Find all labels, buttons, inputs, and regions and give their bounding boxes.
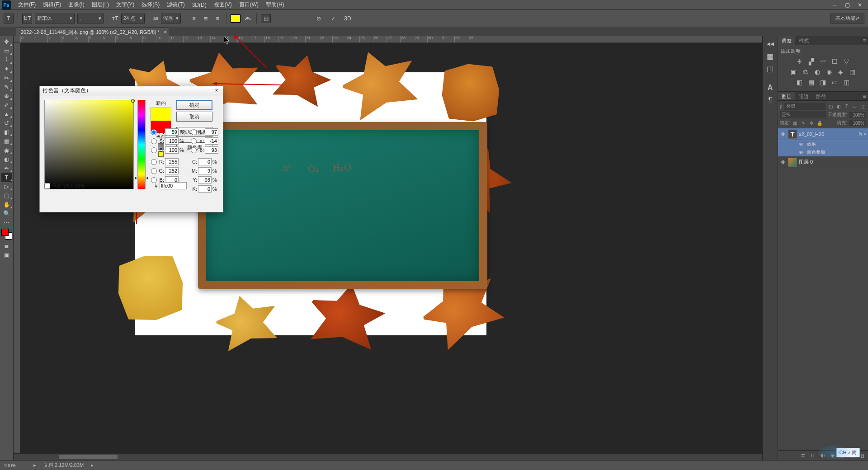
filter-type-icon[interactable]: T xyxy=(844,103,850,109)
k-input[interactable] xyxy=(198,185,212,193)
doc-info[interactable]: 文档:2.12M/2.83M xyxy=(43,462,84,469)
vertical-ruler[interactable] xyxy=(14,43,20,460)
b3-radio[interactable] xyxy=(191,147,197,153)
character-panel-button[interactable]: ▤ xyxy=(261,14,271,23)
colorbal-adj-icon[interactable]: ⚖ xyxy=(801,68,810,76)
a-input[interactable] xyxy=(205,137,218,145)
commit-edit-button[interactable]: ✓ xyxy=(329,14,338,23)
s-input[interactable] xyxy=(165,137,179,145)
type-tool[interactable]: T xyxy=(1,173,12,182)
stamp-tool[interactable]: ▲ xyxy=(1,109,12,118)
gradmap-adj-icon[interactable]: ▭ xyxy=(830,78,840,86)
blend-mode-select[interactable]: 正常 xyxy=(780,111,826,118)
character-panel-icon[interactable]: A xyxy=(765,82,776,93)
dialog-close-button[interactable]: × xyxy=(213,87,220,94)
path-tool[interactable]: ▷ xyxy=(1,182,12,191)
saturation-field[interactable] xyxy=(44,100,134,189)
layer-filter-select[interactable]: 类型 xyxy=(784,103,826,110)
cancel-button[interactable]: 取消 xyxy=(176,112,212,122)
g-input[interactable] xyxy=(165,167,179,174)
photo-adj-icon[interactable]: ◉ xyxy=(825,68,834,76)
l-input[interactable] xyxy=(205,128,218,136)
opacity-input[interactable]: 100% xyxy=(849,112,866,118)
color-swatches[interactable] xyxy=(1,229,12,240)
bw-adj-icon[interactable]: ◐ xyxy=(813,68,822,76)
fx-effects-row[interactable]: 👁 效果 xyxy=(778,140,868,148)
quickmask-toggle[interactable]: ◙ xyxy=(1,241,12,250)
marquee-tool[interactable]: ▭ xyxy=(1,46,12,55)
document-tab[interactable]: 2022-12-08_111449_副本.png @ 100% (x2_02_H… xyxy=(16,28,169,36)
move-tool[interactable]: ✥ xyxy=(1,37,12,46)
curves-adj-icon[interactable]: 〰 xyxy=(819,57,828,66)
b-input[interactable] xyxy=(165,146,179,154)
layer-row-bg[interactable]: 👁 图层 0 xyxy=(778,156,868,168)
layer-name-label[interactable]: 图层 0 xyxy=(799,159,866,165)
vibrance-adj-icon[interactable]: ▽ xyxy=(842,57,851,66)
minimize-button[interactable]: ─ xyxy=(828,1,841,9)
visibility-toggle-icon[interactable]: 👁 xyxy=(780,159,786,165)
h-input[interactable] xyxy=(165,128,179,136)
lock-trans-icon[interactable]: ▦ xyxy=(792,120,798,126)
wand-tool[interactable]: ✦ xyxy=(1,64,12,73)
filter-smart-icon[interactable]: ◫ xyxy=(860,103,866,109)
link-layers-icon[interactable]: ⇄ xyxy=(799,452,807,459)
invert-adj-icon[interactable]: ◧ xyxy=(795,78,804,86)
b-radio[interactable] xyxy=(151,147,157,153)
font-size-select[interactable]: 24 点▾ xyxy=(121,14,145,24)
zoom-input[interactable]: 100% xyxy=(4,463,26,468)
history-panel-icon[interactable]: ▦ xyxy=(765,51,776,61)
poster-adj-icon[interactable]: ▤ xyxy=(807,78,816,86)
levels-adj-icon[interactable]: ▞ xyxy=(807,57,816,66)
zoom-slider-icon[interactable]: ▸ xyxy=(33,462,36,468)
styles-tab[interactable]: 样式 xyxy=(795,36,812,45)
dialog-titlebar[interactable]: 拾色器（文本颜色） × xyxy=(40,86,223,95)
menu-select[interactable]: 选择(S) xyxy=(138,0,163,9)
hue-adj-icon[interactable]: ▣ xyxy=(789,68,798,76)
hand-tool[interactable]: ✋ xyxy=(1,200,12,209)
visibility-toggle-icon[interactable]: 👁 xyxy=(780,131,786,137)
zoom-tool[interactable]: 🔍 xyxy=(1,209,12,218)
align-center-button[interactable]: ≣ xyxy=(201,14,210,23)
selcolor-adj-icon[interactable]: ◫ xyxy=(842,78,851,86)
lookup-adj-icon[interactable]: ▦ xyxy=(848,68,857,76)
scroll-thumb[interactable] xyxy=(59,455,118,459)
c-input[interactable] xyxy=(198,158,212,165)
channels-tab[interactable]: 通道 xyxy=(795,92,812,100)
pen-tool[interactable]: ✒ xyxy=(1,164,12,173)
swatches-panel-icon[interactable]: ◫ xyxy=(765,63,776,74)
filter-shape-icon[interactable]: ▱ xyxy=(852,103,858,109)
workspace-select[interactable]: 基本功能 ⇌ xyxy=(830,14,864,24)
webonly-checkbox[interactable] xyxy=(44,183,50,189)
menu-type[interactable]: 文字(Y) xyxy=(113,0,138,9)
align-right-button[interactable]: ≡ xyxy=(213,14,222,23)
menu-3d[interactable]: 3D(D) xyxy=(189,1,210,9)
expand-dock-icon[interactable]: ◂◂ xyxy=(765,38,776,49)
menu-edit[interactable]: 编辑(E) xyxy=(39,0,65,9)
horizontal-scrollbar[interactable] xyxy=(14,453,762,460)
close-tab-icon[interactable]: × xyxy=(164,29,167,35)
blur-tool[interactable]: ◉ xyxy=(1,146,12,155)
toolbox-extras[interactable]: ⋯ xyxy=(1,218,12,227)
fx-indicator[interactable]: fx xyxy=(859,132,862,136)
r-input[interactable] xyxy=(165,158,179,165)
layer-row-text[interactable]: 👁 T x2_02_H20 fx ▾ xyxy=(778,128,868,140)
antialias-select[interactable]: 浑厚▾ xyxy=(161,14,181,24)
layer-fx-icon[interactable]: fx xyxy=(809,452,816,459)
fx-toggle-icon[interactable]: ▾ xyxy=(864,132,866,136)
menu-layer[interactable]: 图层(L) xyxy=(88,0,113,9)
crop-tool[interactable]: ✂ xyxy=(1,73,12,82)
layer-name-label[interactable]: x2_02_H20 xyxy=(799,132,857,137)
m-input[interactable] xyxy=(198,167,212,174)
hue-slider[interactable] xyxy=(137,100,146,189)
ok-button[interactable]: 确定 xyxy=(176,100,212,110)
dodge-tool[interactable]: ◐ xyxy=(1,155,12,164)
3d-button[interactable]: 3D xyxy=(343,14,352,23)
fx-visibility-icon[interactable]: 👁 xyxy=(799,142,805,147)
current-tool-icon[interactable]: T xyxy=(4,14,14,24)
menu-filter[interactable]: 滤镜(T) xyxy=(163,0,188,9)
eraser-tool[interactable]: ◧ xyxy=(1,127,12,136)
a-radio[interactable] xyxy=(191,138,197,144)
horizontal-ruler[interactable]: 0123456789101112131415161718192021222324… xyxy=(20,36,762,43)
layers-tab[interactable]: 图层 xyxy=(778,92,795,100)
paragraph-panel-icon[interactable]: ¶ xyxy=(765,95,776,106)
